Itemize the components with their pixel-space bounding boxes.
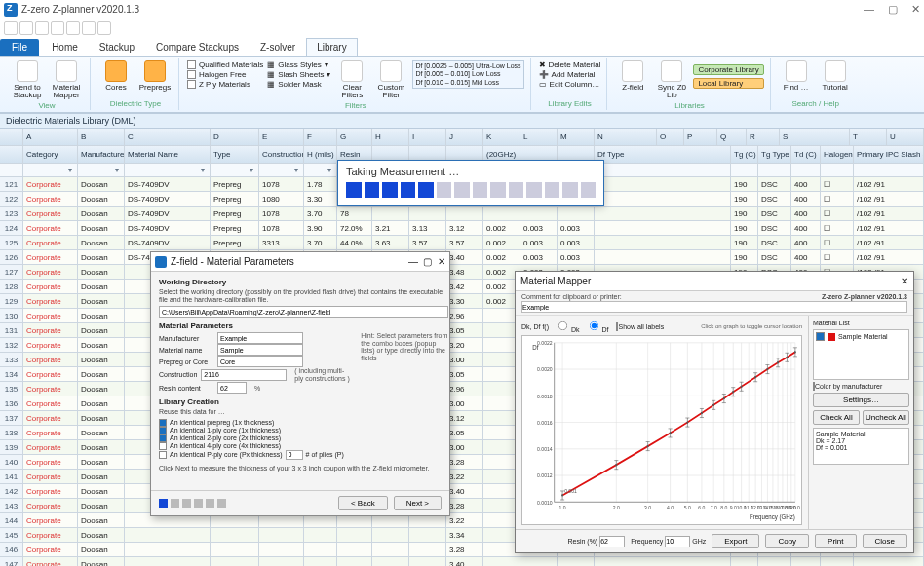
chart[interactable]: 0.00100.00120.00140.00160.00180.00200.00… — [521, 335, 802, 525]
solder-mask-button[interactable]: ▦ Solder Mask — [267, 80, 330, 89]
back-button[interactable]: < Back — [338, 496, 388, 510]
lc-option[interactable]: An identical prepreg (1x thickness) — [159, 419, 448, 427]
material-mapper-button[interactable]: Material Mapper — [49, 60, 84, 100]
prepregs-button[interactable]: Prepregs — [137, 60, 173, 92]
zfield-button[interactable]: Z-field — [615, 60, 650, 92]
halogenfree-check[interactable]: Halogen Free — [187, 70, 263, 79]
resin-input[interactable] — [217, 382, 247, 394]
send-icon — [17, 60, 38, 82]
filter-cell[interactable]: ▾ — [211, 164, 259, 177]
resin-footer-input[interactable] — [599, 536, 625, 547]
loss-filter-list[interactable]: Df [0.0025 – 0.005] Ultra-Low Loss Df [0… — [412, 60, 523, 89]
construction-input[interactable] — [201, 369, 287, 381]
qat-icon[interactable] — [4, 21, 18, 35]
lc-option[interactable]: An identical 2-ply core (2x thickness) — [159, 434, 448, 442]
wd-path-input[interactable] — [159, 306, 448, 318]
sync-lib-button[interactable]: Sync Z0 Lib — [654, 60, 689, 100]
local-library-badge[interactable]: Local Library — [693, 78, 763, 89]
filter-cell[interactable]: ▾ — [78, 164, 125, 177]
show-labels-check[interactable]: Show all labels — [616, 323, 664, 330]
corporate-library-badge[interactable]: Corporate Library — [693, 64, 763, 75]
slash-sheets-button[interactable]: ▦ Slash Sheets ▾ — [267, 70, 330, 79]
material-list[interactable]: Sample Material — [813, 329, 909, 380]
qat-icon[interactable] — [66, 21, 80, 35]
lc-option[interactable]: An identical 1-ply core (1x thickness) — [159, 427, 448, 434]
comment-input[interactable] — [521, 301, 907, 313]
material-name-input[interactable] — [217, 344, 303, 356]
custom-filter-button[interactable]: Custom Filter — [373, 60, 408, 100]
column-header[interactable]: Tg (C) — [731, 146, 758, 164]
close-button[interactable]: ✕ — [901, 276, 908, 286]
column-header[interactable]: Df Type — [595, 146, 731, 164]
filter-cell[interactable]: ▾ — [23, 164, 78, 177]
add-material-button[interactable]: ➕ Add Material — [539, 70, 601, 79]
color-by-check[interactable]: Color by manufacturer — [813, 383, 909, 390]
cores-button[interactable]: Cores — [98, 60, 134, 92]
filter-cell[interactable]: ▾ — [304, 164, 337, 177]
lc-option[interactable]: An identical P-ply core (Px thickness) #… — [159, 450, 448, 460]
next-button[interactable]: Next > — [394, 496, 442, 510]
zply-check[interactable]: Z Ply Materials — [187, 80, 263, 89]
table-row[interactable]: 126CorporateDoosanDS-7409DVPrepreg33134.… — [0, 250, 924, 265]
export-button[interactable]: Export — [712, 534, 759, 548]
column-header[interactable]: H (mils) — [304, 146, 337, 164]
minimize-button[interactable]: — — [864, 3, 874, 16]
column-header[interactable] — [0, 146, 23, 164]
close-button[interactable]: ✕ — [438, 256, 445, 267]
lc-option[interactable]: An identical 4-ply core (4x thickness) — [159, 442, 448, 450]
progress-dialog: Taking Measurement … — [337, 160, 604, 206]
prepreg-core-input[interactable] — [217, 356, 303, 367]
df-radio[interactable]: Df — [588, 320, 609, 333]
column-header[interactable]: Construction — [259, 146, 304, 164]
tab-home[interactable]: Home — [41, 38, 89, 56]
maximize-button[interactable]: ▢ — [423, 256, 432, 267]
edit-column-button[interactable]: ▭ Edit Column… — [539, 80, 601, 89]
column-header[interactable]: Material Name — [125, 146, 211, 164]
filter-cell[interactable]: ▾ — [259, 164, 304, 177]
file-tab[interactable]: File — [0, 39, 39, 56]
freq-footer-input[interactable] — [665, 536, 690, 547]
svg-point-115 — [794, 351, 796, 353]
table-row[interactable]: 124CorporateDoosanDS-7409DVPrepreg10783.… — [0, 221, 924, 236]
check-all-button[interactable]: Check All — [813, 410, 860, 425]
minimize-button[interactable]: — — [408, 256, 418, 267]
glass-styles-button[interactable]: ▦ Glass Styles ▾ — [267, 60, 330, 69]
column-header[interactable]: Tg Type — [758, 146, 791, 164]
column-header[interactable]: Primary IPC Slash S — [854, 146, 924, 164]
tab-zsolver[interactable]: Z-solver — [250, 38, 306, 56]
uncheck-all-button[interactable]: Uncheck All — [863, 410, 909, 425]
close-button[interactable]: ✕ — [911, 3, 920, 16]
qat-icon[interactable] — [82, 21, 96, 35]
column-header[interactable]: Halogen Free — [821, 146, 854, 164]
manufacturer-input[interactable] — [217, 332, 303, 344]
tab-compare[interactable]: Compare Stackups — [145, 38, 250, 56]
qat-icon[interactable] — [19, 21, 33, 35]
find-button[interactable]: Find … — [779, 60, 814, 92]
qualified-check[interactable]: Qualified Materials — [187, 60, 263, 69]
close-footer-button[interactable]: Close — [863, 534, 907, 548]
send-to-stackup-button[interactable]: Send to Stackup — [10, 60, 45, 100]
qat-icon[interactable] — [51, 21, 64, 35]
column-header[interactable]: Manufacturer — [78, 146, 125, 164]
column-header[interactable]: Type — [211, 146, 259, 164]
table-row[interactable]: 123CorporateDoosanDS-7409DVPrepreg10783.… — [0, 207, 924, 221]
qat-icon[interactable] — [97, 21, 111, 35]
clear-filters-button[interactable]: Clear Filters — [334, 60, 369, 100]
qat-icon[interactable] — [35, 21, 49, 35]
column-header[interactable]: Td (C) — [791, 146, 821, 164]
table-row[interactable]: 125CorporateDoosanDS-7409DVPrepreg33133.… — [0, 236, 924, 250]
table-row[interactable]: 147CorporateDoosan3.40 — [0, 557, 924, 566]
tab-library[interactable]: Library — [306, 38, 358, 56]
copy-button[interactable]: Copy — [765, 534, 809, 548]
column-header[interactable]: Category — [23, 146, 78, 164]
svg-point-91 — [732, 391, 734, 393]
tutorial-button[interactable]: Tutorial — [818, 60, 853, 92]
tab-stackup[interactable]: Stackup — [89, 38, 145, 56]
delete-material-button[interactable]: ✖ Delete Material — [539, 60, 601, 69]
maximize-button[interactable]: ▢ — [888, 3, 898, 16]
settings-button[interactable]: Settings… — [813, 393, 909, 407]
mm-title: Material Mapper — [520, 276, 591, 286]
print-button[interactable]: Print — [815, 534, 856, 548]
filter-cell[interactable]: ▾ — [125, 164, 211, 177]
dk-radio[interactable]: Dk — [557, 320, 580, 333]
